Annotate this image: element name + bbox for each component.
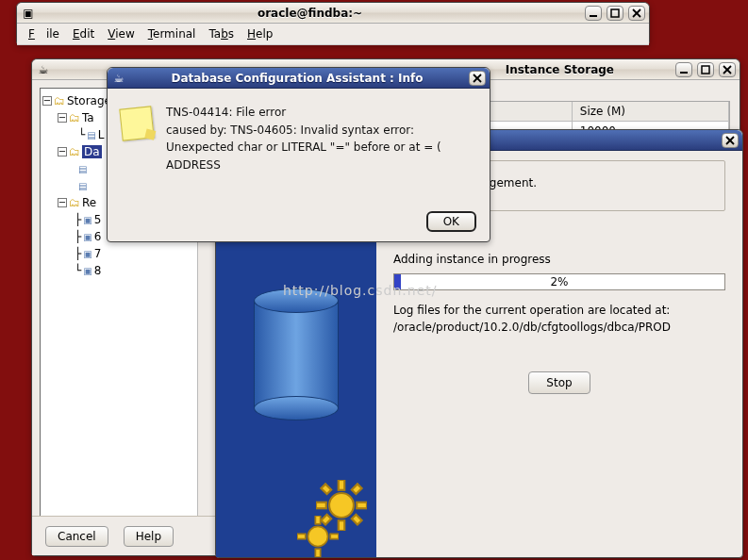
folder-icon: 🗂 bbox=[69, 196, 80, 209]
menu-help[interactable]: Help bbox=[241, 25, 278, 42]
help-button[interactable]: Help bbox=[124, 526, 174, 547]
svg-rect-23 bbox=[297, 534, 306, 538]
svg-rect-17 bbox=[352, 515, 362, 525]
menu-edit[interactable]: Edit bbox=[67, 25, 100, 42]
info-dialog: ☕ Database Configuration Assistant : Inf… bbox=[107, 67, 490, 242]
redo-icon: ▣ bbox=[83, 249, 91, 259]
svg-rect-15 bbox=[357, 502, 367, 508]
tree-re[interactable]: Re bbox=[82, 196, 96, 209]
terminal-titlebar[interactable]: ▣ oracle@findba:~ bbox=[17, 3, 649, 24]
close-button[interactable] bbox=[628, 6, 645, 21]
tree-root[interactable]: Storage bbox=[67, 94, 111, 107]
svg-rect-1 bbox=[611, 9, 619, 17]
storage-app-icon: ☕ bbox=[36, 62, 51, 77]
tree-l[interactable]: L bbox=[98, 128, 105, 141]
svg-point-11 bbox=[329, 493, 354, 518]
menu-file[interactable]: File bbox=[23, 25, 65, 42]
progress-status: Adding instance in progress bbox=[393, 253, 725, 266]
terminal-window: ▣ oracle@findba:~ File Edit View Termina… bbox=[16, 2, 650, 45]
storage-minimize-button[interactable] bbox=[675, 62, 692, 77]
maximize-button[interactable] bbox=[607, 6, 623, 21]
tree-6[interactable]: 6 bbox=[94, 230, 102, 243]
folder-icon: 🗂 bbox=[69, 111, 80, 124]
svg-rect-21 bbox=[315, 516, 320, 524]
redo-icon: ▣ bbox=[83, 232, 91, 242]
progress-bar: 2% bbox=[393, 273, 725, 290]
stop-button[interactable]: Stop bbox=[528, 371, 590, 394]
progress-percent: 2% bbox=[550, 275, 568, 288]
svg-rect-13 bbox=[339, 520, 344, 531]
note-icon bbox=[119, 106, 154, 140]
info-close-button[interactable] bbox=[469, 71, 486, 86]
info-titlebar[interactable]: ☕ Database Configuration Assistant : Inf… bbox=[108, 68, 490, 89]
svg-rect-14 bbox=[316, 502, 326, 508]
cancel-button[interactable]: Cancel bbox=[45, 526, 108, 547]
menu-tabs[interactable]: Tabs bbox=[203, 25, 240, 42]
svg-rect-18 bbox=[352, 484, 362, 494]
tree-7[interactable]: 7 bbox=[94, 247, 102, 260]
log-line-1: Log files for the current operation are … bbox=[393, 302, 725, 319]
minimize-button[interactable] bbox=[585, 6, 602, 21]
menu-terminal[interactable]: Terminal bbox=[142, 25, 202, 42]
svg-rect-16 bbox=[321, 484, 331, 494]
info-message: TNS-04414: File error caused by: TNS-046… bbox=[166, 104, 441, 198]
ok-button[interactable]: OK bbox=[426, 211, 476, 232]
tree-ta[interactable]: Ta bbox=[82, 111, 94, 124]
svg-rect-22 bbox=[315, 549, 320, 557]
storage-close-button[interactable] bbox=[719, 62, 736, 77]
datafile-icon: ▤ bbox=[78, 181, 87, 191]
redo-icon: ▣ bbox=[83, 266, 91, 276]
menu-view[interactable]: View bbox=[102, 25, 140, 42]
datafile-icon: ▤ bbox=[78, 164, 87, 174]
log-line-2: /oracle/product/10.2.0/db/cfgtoollogs/db… bbox=[393, 319, 725, 336]
col-size[interactable]: Size (M) bbox=[573, 102, 729, 122]
svg-point-20 bbox=[308, 526, 327, 546]
svg-rect-12 bbox=[339, 480, 344, 490]
redo-icon: ▣ bbox=[83, 215, 91, 225]
info-title: Database Configuration Assistant : Info bbox=[130, 72, 464, 85]
terminal-title: oracle@findba:~ bbox=[40, 7, 580, 20]
app-icon: ▣ bbox=[21, 6, 36, 21]
progress-close-button[interactable] bbox=[722, 133, 739, 148]
terminal-menubar: File Edit View Terminal Tabs Help bbox=[17, 24, 649, 45]
folder-icon: 🗂 bbox=[69, 145, 80, 158]
progress-fill bbox=[394, 274, 401, 289]
svg-rect-24 bbox=[330, 534, 339, 538]
folder-icon: 🗂 bbox=[54, 94, 65, 107]
tree-8[interactable]: 8 bbox=[94, 264, 102, 277]
svg-rect-5 bbox=[702, 66, 709, 74]
info-app-icon: ☕ bbox=[111, 71, 126, 86]
leaf-icon: └ bbox=[78, 128, 85, 141]
storage-maximize-button[interactable] bbox=[697, 62, 714, 77]
tree-da[interactable]: Da bbox=[82, 145, 102, 158]
tree-5[interactable]: 5 bbox=[94, 213, 102, 226]
gear-icon bbox=[297, 516, 339, 557]
